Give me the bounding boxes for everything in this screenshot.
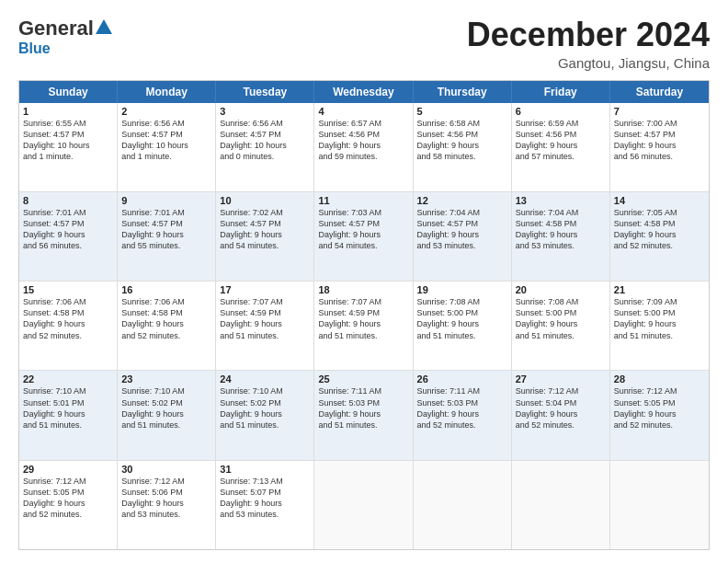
- cell-info: Sunrise: 7:12 AMSunset: 5:05 PMDaylight:…: [614, 385, 705, 431]
- day-cell-24: 24Sunrise: 7:10 AMSunset: 5:02 PMDayligh…: [216, 371, 314, 459]
- day-number: 2: [121, 106, 211, 117]
- day-number: 24: [220, 373, 310, 385]
- day-number: 19: [417, 284, 507, 295]
- cell-info: Sunrise: 7:06 AMSunset: 4:58 PMDaylight:…: [23, 296, 113, 341]
- day-cell-15: 15Sunrise: 7:06 AMSunset: 4:58 PMDayligh…: [19, 282, 118, 370]
- day-number: 8: [23, 195, 113, 206]
- day-number: 26: [417, 373, 507, 385]
- day-cell-21: 21Sunrise: 7:09 AMSunset: 5:00 PMDayligh…: [610, 282, 709, 370]
- cell-info: Sunrise: 6:56 AMSunset: 4:57 PMDaylight:…: [220, 118, 310, 163]
- day-number: 1: [23, 106, 113, 117]
- day-cell-29: 29Sunrise: 7:12 AMSunset: 5:05 PMDayligh…: [19, 461, 118, 549]
- logo-blue: Blue: [18, 40, 51, 57]
- day-cell-9: 9Sunrise: 7:01 AMSunset: 4:57 PMDaylight…: [118, 192, 216, 281]
- page: General Blue December 2024 Gangtou, Jian…: [0, 0, 728, 563]
- day-number: 6: [516, 106, 606, 117]
- logo-text: General: [18, 17, 112, 40]
- day-number: 16: [121, 284, 211, 295]
- day-cell-5: 5Sunrise: 6:58 AMSunset: 4:56 PMDaylight…: [414, 103, 512, 191]
- cell-info: Sunrise: 7:10 AMSunset: 5:02 PMDaylight:…: [220, 385, 310, 431]
- day-number: 18: [318, 284, 408, 295]
- month-title: December 2024: [467, 17, 710, 53]
- day-number: 15: [23, 284, 113, 295]
- day-number: 7: [614, 106, 705, 117]
- cell-info: Sunrise: 6:59 AMSunset: 4:56 PMDaylight:…: [516, 118, 606, 163]
- title-block: December 2024 Gangtou, Jiangsu, China: [467, 17, 710, 71]
- day-cell-19: 19Sunrise: 7:08 AMSunset: 5:00 PMDayligh…: [414, 282, 512, 370]
- cell-info: Sunrise: 7:12 AMSunset: 5:06 PMDaylight:…: [121, 476, 211, 521]
- day-cell-22: 22Sunrise: 7:10 AMSunset: 5:01 PMDayligh…: [19, 371, 118, 459]
- calendar-row-5: 29Sunrise: 7:12 AMSunset: 5:05 PMDayligh…: [19, 461, 709, 549]
- day-number: 9: [121, 195, 211, 206]
- empty-cell: [610, 461, 709, 549]
- day-number: 31: [220, 464, 310, 475]
- day-cell-26: 26Sunrise: 7:11 AMSunset: 5:03 PMDayligh…: [414, 371, 512, 459]
- cell-info: Sunrise: 6:56 AMSunset: 4:57 PMDaylight:…: [121, 118, 211, 163]
- day-number: 17: [220, 284, 310, 295]
- cell-info: Sunrise: 7:04 AMSunset: 4:57 PMDaylight:…: [417, 207, 507, 252]
- calendar: SundayMondayTuesdayWednesdayThursdayFrid…: [18, 80, 710, 550]
- day-cell-10: 10Sunrise: 7:02 AMSunset: 4:57 PMDayligh…: [216, 192, 314, 281]
- day-cell-11: 11Sunrise: 7:03 AMSunset: 4:57 PMDayligh…: [314, 192, 413, 281]
- day-number: 5: [417, 106, 507, 117]
- calendar-header: SundayMondayTuesdayWednesdayThursdayFrid…: [19, 81, 709, 103]
- day-number: 22: [23, 373, 113, 385]
- cell-info: Sunrise: 7:06 AMSunset: 4:58 PMDaylight:…: [121, 296, 211, 341]
- day-cell-1: 1Sunrise: 6:55 AMSunset: 4:57 PMDaylight…: [19, 103, 118, 191]
- cell-info: Sunrise: 7:10 AMSunset: 5:01 PMDaylight:…: [23, 385, 113, 431]
- day-cell-6: 6Sunrise: 6:59 AMSunset: 4:56 PMDaylight…: [512, 103, 610, 191]
- day-number: 20: [516, 284, 606, 295]
- day-number: 13: [516, 195, 606, 206]
- header: General Blue December 2024 Gangtou, Jian…: [18, 17, 710, 71]
- day-number: 4: [318, 106, 408, 117]
- cell-info: Sunrise: 7:08 AMSunset: 5:00 PMDaylight:…: [417, 296, 507, 341]
- header-cell-friday: Friday: [512, 81, 610, 103]
- day-number: 25: [318, 373, 408, 385]
- cell-info: Sunrise: 7:10 AMSunset: 5:02 PMDaylight:…: [121, 385, 211, 431]
- logo-triangle-icon: [96, 19, 112, 34]
- day-cell-17: 17Sunrise: 7:07 AMSunset: 4:59 PMDayligh…: [216, 282, 314, 370]
- cell-info: Sunrise: 7:00 AMSunset: 4:57 PMDaylight:…: [614, 118, 705, 163]
- day-number: 29: [23, 464, 113, 475]
- cell-info: Sunrise: 7:12 AMSunset: 5:04 PMDaylight:…: [516, 385, 606, 431]
- calendar-row-1: 1Sunrise: 6:55 AMSunset: 4:57 PMDaylight…: [19, 103, 709, 192]
- cell-info: Sunrise: 7:02 AMSunset: 4:57 PMDaylight:…: [220, 207, 310, 252]
- day-cell-14: 14Sunrise: 7:05 AMSunset: 4:58 PMDayligh…: [610, 192, 709, 281]
- calendar-body: 1Sunrise: 6:55 AMSunset: 4:57 PMDaylight…: [19, 103, 709, 549]
- day-number: 10: [220, 195, 310, 206]
- cell-info: Sunrise: 7:09 AMSunset: 5:00 PMDaylight:…: [614, 296, 705, 341]
- cell-info: Sunrise: 6:57 AMSunset: 4:56 PMDaylight:…: [318, 118, 408, 163]
- day-cell-28: 28Sunrise: 7:12 AMSunset: 5:05 PMDayligh…: [610, 371, 709, 459]
- day-cell-23: 23Sunrise: 7:10 AMSunset: 5:02 PMDayligh…: [118, 371, 216, 459]
- calendar-row-4: 22Sunrise: 7:10 AMSunset: 5:01 PMDayligh…: [19, 371, 709, 460]
- day-number: 12: [417, 195, 507, 206]
- day-cell-4: 4Sunrise: 6:57 AMSunset: 4:56 PMDaylight…: [314, 103, 413, 191]
- day-number: 28: [614, 373, 705, 385]
- day-cell-30: 30Sunrise: 7:12 AMSunset: 5:06 PMDayligh…: [118, 461, 216, 549]
- day-number: 30: [121, 464, 211, 475]
- cell-info: Sunrise: 7:11 AMSunset: 5:03 PMDaylight:…: [417, 385, 507, 431]
- cell-info: Sunrise: 6:58 AMSunset: 4:56 PMDaylight:…: [417, 118, 507, 163]
- cell-info: Sunrise: 7:01 AMSunset: 4:57 PMDaylight:…: [23, 207, 113, 252]
- cell-info: Sunrise: 7:13 AMSunset: 5:07 PMDaylight:…: [220, 476, 310, 521]
- day-cell-16: 16Sunrise: 7:06 AMSunset: 4:58 PMDayligh…: [118, 282, 216, 370]
- logo: General Blue: [18, 17, 112, 57]
- cell-info: Sunrise: 6:55 AMSunset: 4:57 PMDaylight:…: [23, 118, 113, 163]
- day-number: 27: [516, 373, 606, 385]
- cell-info: Sunrise: 7:08 AMSunset: 5:00 PMDaylight:…: [516, 296, 606, 341]
- cell-info: Sunrise: 7:04 AMSunset: 4:58 PMDaylight:…: [516, 207, 606, 252]
- header-cell-monday: Monday: [118, 81, 216, 103]
- cell-info: Sunrise: 7:11 AMSunset: 5:03 PMDaylight:…: [318, 385, 408, 431]
- cell-info: Sunrise: 7:03 AMSunset: 4:57 PMDaylight:…: [318, 207, 408, 252]
- day-cell-3: 3Sunrise: 6:56 AMSunset: 4:57 PMDaylight…: [216, 103, 314, 191]
- header-cell-saturday: Saturday: [610, 81, 709, 103]
- header-cell-thursday: Thursday: [414, 81, 512, 103]
- day-cell-13: 13Sunrise: 7:04 AMSunset: 4:58 PMDayligh…: [512, 192, 610, 281]
- calendar-row-2: 8Sunrise: 7:01 AMSunset: 4:57 PMDaylight…: [19, 192, 709, 282]
- cell-info: Sunrise: 7:05 AMSunset: 4:58 PMDaylight:…: [614, 207, 705, 252]
- day-cell-18: 18Sunrise: 7:07 AMSunset: 4:59 PMDayligh…: [314, 282, 413, 370]
- empty-cell: [512, 461, 610, 549]
- day-cell-7: 7Sunrise: 7:00 AMSunset: 4:57 PMDaylight…: [610, 103, 709, 191]
- header-cell-tuesday: Tuesday: [216, 81, 314, 103]
- day-cell-27: 27Sunrise: 7:12 AMSunset: 5:04 PMDayligh…: [512, 371, 610, 459]
